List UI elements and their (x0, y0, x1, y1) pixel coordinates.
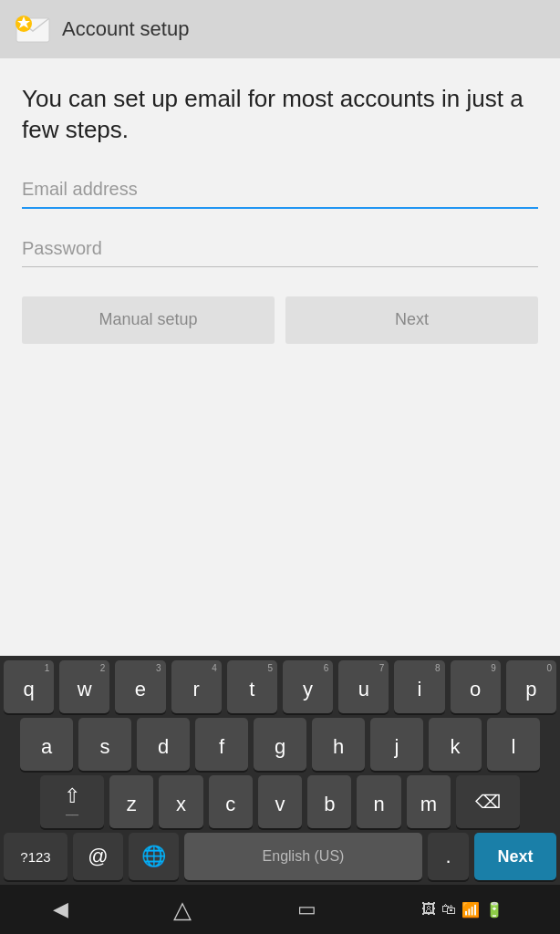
manual-setup-button[interactable]: Manual setup (22, 296, 275, 344)
home-nav-button[interactable]: △ (173, 896, 192, 924)
keyboard-row-1: 1q2w3e4r5t6y7u8i9o0p (0, 656, 560, 713)
signal-status-icon: 📶 (461, 901, 480, 918)
key-i[interactable]: 8i (394, 660, 444, 713)
description-text: You can set up email for most accounts i… (22, 84, 538, 146)
key-w[interactable]: 2w (59, 660, 109, 713)
key-e[interactable]: 3e (115, 660, 165, 713)
nav-bar: ◀ △ ▭ 🖼 🛍 📶 🔋 (0, 885, 560, 934)
keyboard-row-2: asdfghjkl (0, 713, 560, 771)
numbers-key[interactable]: ?123 (4, 833, 67, 880)
key-c[interactable]: c (209, 775, 253, 828)
key-h[interactable]: h (312, 718, 365, 771)
key-j[interactable]: j (370, 718, 423, 771)
keyboard-bottom-row: ?123 @ 🌐 English (US) . Next (0, 828, 560, 885)
key-f[interactable]: f (195, 718, 248, 771)
key-n[interactable]: n (357, 775, 400, 828)
key-l[interactable]: l (487, 718, 540, 771)
backspace-key[interactable]: ⌫ (456, 775, 520, 828)
key-p[interactable]: 0p (506, 660, 556, 713)
key-v[interactable]: v (258, 775, 302, 828)
app-title: Account setup (62, 17, 189, 41)
main-content: You can set up email for most accounts i… (0, 58, 560, 656)
space-key[interactable]: English (US) (184, 833, 422, 880)
key-k[interactable]: k (429, 718, 482, 771)
email-input-container (22, 171, 538, 209)
key-z[interactable]: z (109, 775, 153, 828)
app-icon (15, 11, 51, 47)
title-bar: Account setup (0, 0, 560, 58)
password-input[interactable] (22, 231, 538, 266)
key-a[interactable]: a (20, 718, 73, 771)
key-b[interactable]: b (307, 775, 351, 828)
key-r[interactable]: 4r (171, 660, 222, 713)
at-key[interactable]: @ (73, 833, 123, 880)
buttons-row: Manual setup Next (22, 296, 538, 344)
key-t[interactable]: 5t (227, 660, 277, 713)
shift-key[interactable]: ⇧ ── (40, 775, 104, 828)
email-input[interactable] (22, 171, 538, 207)
globe-key[interactable]: 🌐 (129, 833, 179, 880)
recent-nav-button[interactable]: ▭ (297, 898, 316, 921)
back-nav-button[interactable]: ◀ (53, 898, 68, 921)
key-s[interactable]: s (78, 718, 131, 771)
image-status-icon: 🖼 (421, 901, 436, 918)
key-q[interactable]: 1q (4, 660, 54, 713)
key-x[interactable]: x (159, 775, 202, 828)
bag-status-icon: 🛍 (441, 901, 456, 918)
key-u[interactable]: 7u (338, 660, 389, 713)
key-d[interactable]: d (137, 718, 190, 771)
key-g[interactable]: g (254, 718, 306, 771)
key-m[interactable]: m (407, 775, 451, 828)
keyboard-next-key[interactable]: Next (474, 833, 556, 880)
next-button[interactable]: Next (285, 296, 538, 344)
status-icons: 🖼 🛍 📶 🔋 (421, 901, 503, 918)
key-o[interactable]: 9o (451, 660, 501, 713)
period-key[interactable]: . (428, 833, 469, 880)
password-input-container (22, 231, 538, 267)
key-y[interactable]: 6y (283, 660, 333, 713)
battery-status-icon: 🔋 (485, 901, 503, 918)
keyboard: 1q2w3e4r5t6y7u8i9o0p asdfghjkl ⇧ ── zxcv… (0, 656, 560, 885)
keyboard-row-3: ⇧ ── zxcvbnm ⌫ (0, 771, 560, 828)
